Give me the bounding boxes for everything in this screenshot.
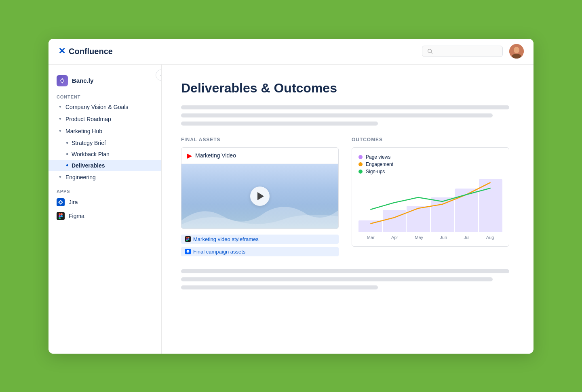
video-title: Marketing Video [195, 152, 236, 159]
two-col-layout: FINAL ASSETS ▶ Marketing Video [181, 137, 509, 256]
chart-x-label: Apr [391, 235, 398, 240]
play-button[interactable] [250, 187, 270, 206]
svg-point-5 [514, 47, 519, 52]
main-layout: Banc.ly CONTENT ▾ Company Vision & Goals… [48, 65, 534, 354]
avatar[interactable] [509, 44, 524, 59]
sidebar-subitem-label: Workback Plan [72, 151, 110, 157]
space-icon [57, 75, 68, 86]
skeleton-line [181, 277, 493, 281]
app-label: Jira [69, 199, 78, 205]
sidebar-subitem-label: Strategy Brief [72, 140, 106, 146]
legend-dot-engagement [358, 162, 363, 166]
chevron-down-icon: ▾ [57, 104, 64, 109]
asset-links: Marketing video styleframes Final campai… [181, 235, 339, 256]
asset-link-label: Marketing video styleframes [193, 236, 259, 242]
svg-point-19 [188, 239, 190, 240]
svg-rect-18 [186, 240, 188, 241]
search-bar[interactable] [422, 46, 503, 57]
skeleton-line [181, 122, 378, 126]
svg-rect-9 [59, 213, 61, 215]
legend-dot-signups [358, 170, 363, 174]
jira-icon [57, 198, 65, 206]
sidebar-item-product-roadmap[interactable]: ▾ Product Roadmap [48, 113, 161, 125]
chart-x-label: Jun [440, 235, 447, 240]
skeleton-line [181, 105, 509, 109]
chart-x-labels: Mar Apr May Jun Jul Aug [358, 235, 502, 240]
search-icon [427, 48, 433, 54]
legend-label: Sign-ups [366, 169, 385, 174]
bottom-skeletons [181, 269, 509, 289]
video-card-header: ▶ Marketing Video [181, 148, 338, 164]
sidebar-app-jira[interactable]: Jira [48, 195, 161, 209]
outcomes-section: OUTCOMES Page views Engagement [352, 137, 509, 256]
video-thumbnail[interactable] [181, 164, 338, 228]
skeleton-line [181, 285, 378, 289]
chart-legend: Page views Engagement Sign-ups [358, 154, 502, 174]
chevron-down-icon: ▾ [57, 174, 64, 180]
legend-label: Engagement [366, 161, 393, 167]
sidebar: Banc.ly CONTENT ▾ Company Vision & Goals… [48, 65, 162, 354]
page-title: Deliverables & Outcomes [181, 81, 509, 96]
topbar: ✕ Confluence [48, 39, 534, 65]
space-name: Banc.ly [72, 77, 93, 84]
figma-icon [57, 212, 65, 220]
chevron-down-icon: ▾ [57, 128, 64, 134]
sidebar-space-item[interactable]: Banc.ly [48, 71, 161, 90]
sidebar-app-figma[interactable]: Figma [48, 209, 161, 223]
app-label: Figma [69, 213, 84, 219]
chart-x-label: May [415, 235, 423, 240]
chevron-left-icon [160, 72, 162, 78]
sidebar-item-engineering[interactable]: ▾ Engineering [48, 171, 161, 183]
legend-item-signups: Sign-ups [358, 169, 502, 174]
sidebar-section-content: CONTENT [48, 90, 161, 101]
asset-link-label: Final campaign assets [193, 249, 245, 255]
avatar-image [509, 44, 524, 59]
confluence-logo-text: Confluence [69, 47, 113, 56]
svg-rect-16 [188, 237, 190, 239]
asset-link-campaign[interactable]: Final campaign assets [181, 247, 339, 256]
chart-x-label: Aug [486, 235, 494, 240]
figma-link-icon [185, 236, 191, 242]
sidebar-section-apps: APPS [48, 183, 161, 195]
dot-icon [66, 164, 68, 166]
chart-x-label: Jul [464, 235, 469, 240]
svg-rect-11 [59, 215, 61, 217]
sidebar-item-marketing-hub[interactable]: ▾ Marketing Hub [48, 125, 161, 137]
svg-rect-17 [186, 239, 188, 240]
chart-svg [358, 179, 502, 232]
confluence-x-icon: ✕ [58, 46, 65, 57]
final-assets-section: FINAL ASSETS ▶ Marketing Video [181, 137, 339, 256]
sidebar-item-company-vision[interactable]: ▾ Company Vision & Goals [48, 101, 161, 113]
svg-point-13 [61, 215, 63, 217]
svg-rect-12 [59, 217, 61, 219]
youtube-icon: ▶ [187, 152, 192, 159]
legend-item-pageviews: Page views [358, 154, 502, 160]
sidebar-item-label: Product Roadmap [65, 116, 155, 122]
dot-icon [66, 153, 68, 155]
sidebar-item-label: Company Vision & Goals [65, 104, 155, 110]
svg-line-1 [431, 52, 432, 53]
svg-rect-14 [185, 236, 191, 242]
chart-card: Page views Engagement Sign-ups [352, 147, 509, 247]
sidebar-item-label: Marketing Hub [65, 128, 155, 134]
app-window: ✕ Confluence [48, 39, 534, 354]
content-area: Deliverables & Outcomes FINAL ASSETS ▶ M… [162, 65, 534, 354]
sidebar-subitem-strategy-brief[interactable]: Strategy Brief [48, 137, 161, 149]
legend-dot-pageviews [358, 155, 363, 159]
sidebar-item-label: Engineering [65, 174, 155, 180]
sidebar-subitem-label: Deliverables [72, 162, 105, 169]
final-assets-label: FINAL ASSETS [181, 137, 339, 143]
dropbox-link-icon [185, 249, 191, 254]
legend-label: Page views [366, 154, 390, 160]
asset-link-styleframes[interactable]: Marketing video styleframes [181, 235, 339, 244]
chevron-down-icon: ▾ [57, 116, 64, 122]
chart-x-label: Mar [367, 235, 375, 240]
topbar-logo: ✕ Confluence [58, 46, 113, 57]
sidebar-subitem-deliverables[interactable]: Deliverables [48, 160, 161, 171]
legend-item-engagement: Engagement [358, 161, 502, 167]
topbar-right [422, 44, 524, 59]
svg-rect-15 [186, 237, 188, 239]
dot-icon [66, 142, 68, 144]
sidebar-subitem-workback-plan[interactable]: Workback Plan [48, 149, 161, 160]
chart-area: Mar Apr May Jun Jul Aug [358, 179, 502, 240]
